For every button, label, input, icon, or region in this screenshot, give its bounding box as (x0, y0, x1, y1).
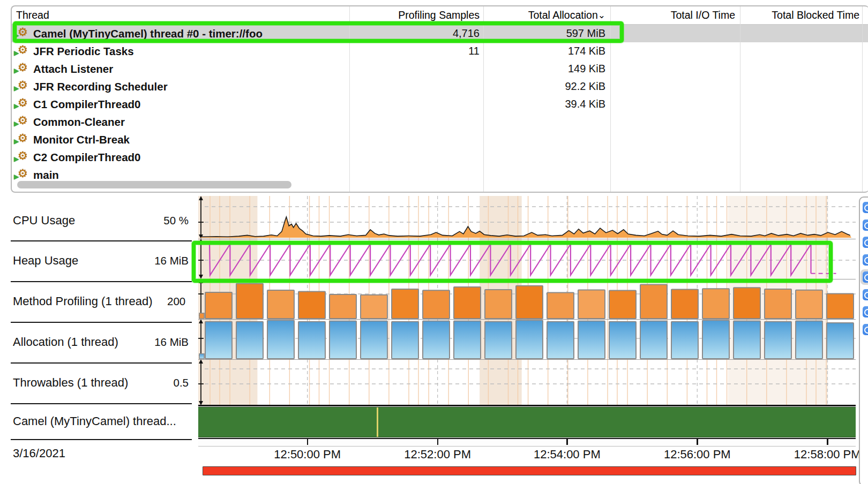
chart-toolbar-panel (859, 196, 868, 484)
legend-button-icon (864, 274, 868, 281)
legend-button-icon (864, 222, 868, 229)
chart-row-label: Allocation (1 thread) (13, 335, 118, 349)
gear-icon: ⚙ (18, 26, 28, 39)
running-state-icon: ▶ (14, 49, 19, 57)
thread-table-panel: ThreadProfiling SamplesTotal Allocation … (11, 5, 868, 193)
date-label: 3/16/2021 (13, 447, 65, 460)
chart-row-separator (198, 319, 856, 320)
legend-button[interactable] (863, 324, 868, 335)
thread-name-cell: ⚙▶JFR Recording Scheduler (16, 78, 344, 95)
horizontal-scrollbar[interactable] (17, 181, 291, 188)
chart-label-row-1: CPU Usage50 % (11, 201, 192, 241)
thread-name: Monitor Ctrl-Break (33, 133, 130, 146)
chart-row-separator (198, 279, 856, 279)
legend-button[interactable] (863, 220, 868, 231)
thread-name-cell: ⚙▶Attach Listener (16, 60, 344, 78)
chart-row-label: Method Profiling (1 thread) (13, 294, 152, 308)
running-state-icon: ▶ (14, 67, 19, 74)
thread-name: Camel (MyTinyCamel) thread #0 - timer://… (33, 27, 263, 40)
running-state-icon: ▶ (14, 155, 19, 163)
blocked-cell (699, 148, 859, 166)
thread-name: Attach Listener (33, 63, 113, 75)
time-axis-tick (697, 439, 698, 445)
thread-name: JFR Periodic Tasks (33, 45, 134, 58)
thread-activity-bar[interactable] (198, 407, 856, 437)
chart-row-label: CPU Usage (13, 214, 75, 228)
chart-row-label: Throwables (1 thread) (13, 376, 128, 390)
gear-icon: ⚙ (18, 96, 28, 109)
legend-button[interactable] (863, 289, 868, 300)
column-separator (610, 6, 611, 192)
blocked-cell (699, 113, 859, 131)
time-axis-tick (307, 439, 309, 445)
legend-button-icon (864, 292, 868, 299)
blocked-cell (699, 131, 859, 148)
gear-icon: ⚙ (18, 167, 28, 180)
thread-name-cell: ⚙▶Common-Cleaner (16, 113, 344, 131)
running-state-icon: ▶ (14, 85, 19, 92)
chart-track-alloc[interactable] (198, 319, 856, 359)
thread-name-cell: ⚙▶Camel (MyTinyCamel) thread #0 - timer:… (16, 25, 344, 42)
chart-scale-label: 50 % (163, 214, 189, 227)
time-axis-tick (566, 439, 568, 445)
chart-track-cpu[interactable] (198, 196, 856, 239)
chart-label-row-2: Heap Usage16 MiB (11, 240, 192, 282)
chart-row-separator (198, 239, 856, 239)
legend-button-icon (864, 205, 868, 211)
thread-name: main (33, 169, 59, 182)
blocked-cell (699, 78, 859, 95)
running-state-icon: ▶ (14, 138, 19, 145)
chart-label-row-6: Camel (MyTinyCamel) thread... (11, 403, 192, 440)
thread-name: Common-Cleaner (33, 116, 125, 128)
thread-icon: ⚙▶ (16, 80, 29, 93)
legend-button[interactable] (863, 306, 868, 317)
thread-icon: ⚙▶ (16, 169, 29, 182)
time-tick-label: 12:58:00 PM (794, 448, 861, 462)
thread-icon: ⚙▶ (16, 151, 29, 164)
running-state-icon: ▶ (14, 102, 19, 110)
column-header-label: Thread (16, 9, 49, 21)
thread-name-cell: ⚙▶C2 CompilerThread0 (16, 148, 344, 166)
time-axis-tick (827, 439, 828, 445)
blocked-cell (699, 166, 859, 184)
column-header-thread[interactable]: Thread (16, 6, 344, 24)
time-tick-label: 12:56:00 PM (664, 448, 731, 462)
legend-button[interactable] (863, 202, 868, 213)
blocked-cell (699, 60, 859, 78)
legend-button-icon (864, 309, 868, 316)
thread-name-cell: ⚙▶JFR Periodic Tasks (16, 42, 344, 60)
legend-button-icon (864, 257, 868, 264)
thread-track-separator (198, 405, 856, 406)
legend-button-icon (864, 327, 868, 334)
chart-track-heap[interactable] (198, 239, 856, 279)
time-tick-label: 12:50:00 PM (274, 448, 341, 462)
chart-scale-label: 200 (167, 295, 185, 308)
gear-icon: ⚙ (18, 61, 28, 74)
thread-icon: ⚙▶ (16, 98, 29, 111)
legend-button[interactable] (863, 271, 868, 283)
chart-track-throw[interactable] (198, 359, 856, 405)
thread-icon: ⚙▶ (16, 133, 29, 146)
legend-button[interactable] (863, 254, 868, 266)
column-separator (740, 6, 740, 192)
thread-icon: ⚙▶ (16, 116, 29, 128)
gear-icon: ⚙ (18, 43, 28, 56)
thread-icon: ⚙▶ (16, 27, 29, 40)
time-axis-tick (437, 439, 439, 445)
range-selector-bar[interactable] (203, 466, 856, 475)
time-tick-label: 12:52:00 PM (404, 448, 471, 462)
column-separator (349, 6, 350, 192)
legend-button[interactable] (863, 237, 868, 248)
chart-label-row-3: Method Profiling (1 thread)200 (11, 281, 192, 323)
column-header-total-blocked-time[interactable]: Total Blocked Time (699, 6, 859, 24)
chart-label-row-5: Throwables (1 thread)0.5 (11, 362, 192, 404)
chart-scale-label: 16 MiB (154, 254, 189, 267)
column-header-label: Total Blocked Time (772, 9, 859, 21)
chart-row-label: Camel (MyTinyCamel) thread... (13, 414, 176, 428)
time-tick-label: 12:54:00 PM (534, 448, 601, 462)
thread-name-cell: ⚙▶Monitor Ctrl-Break (16, 131, 344, 148)
thread-icon: ⚙▶ (16, 45, 29, 58)
thread-name: C2 CompilerThread0 (33, 151, 141, 164)
column-separator (483, 6, 484, 192)
chart-track-method[interactable] (198, 279, 856, 319)
